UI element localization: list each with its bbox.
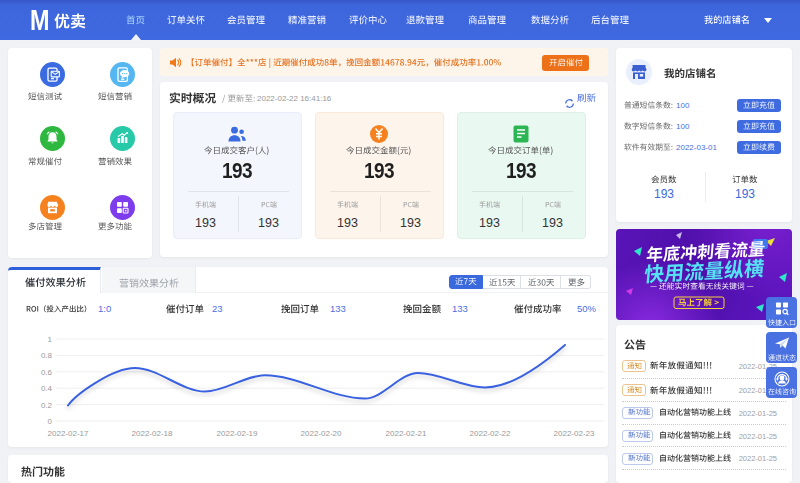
svg-text:0.4: 0.4 <box>41 384 53 393</box>
svg-text:1: 1 <box>48 335 53 344</box>
svg-text:2022-02-22: 2022-02-22 <box>470 429 511 438</box>
svg-text:0.8: 0.8 <box>41 351 53 360</box>
svg-text:0.2: 0.2 <box>41 401 53 410</box>
svg-text:0: 0 <box>48 417 53 426</box>
svg-text:2022-02-23: 2022-02-23 <box>554 429 595 438</box>
svg-text:2022-02-18: 2022-02-18 <box>132 429 173 438</box>
svg-text:2022-02-17: 2022-02-17 <box>48 429 89 438</box>
svg-text:2022-02-21: 2022-02-21 <box>386 429 427 438</box>
svg-text:0.6: 0.6 <box>41 368 53 377</box>
svg-text:2022-02-20: 2022-02-20 <box>301 429 342 438</box>
svg-text:2022-02-19: 2022-02-19 <box>217 429 258 438</box>
